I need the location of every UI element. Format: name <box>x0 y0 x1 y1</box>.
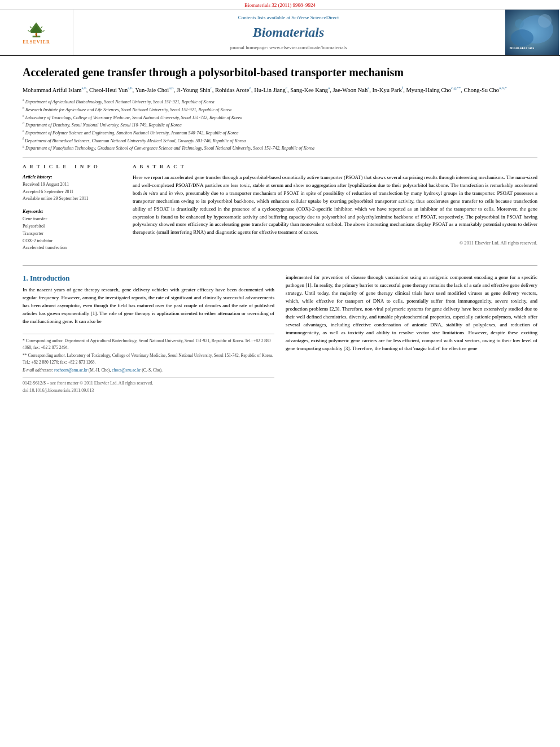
intro-left: 1. Introduction In the nascent years of … <box>23 274 274 394</box>
journal-title-area: Contents lists available at SciVerse Sci… <box>73 10 504 55</box>
journal-citation: Biomaterials 32 (2011) 9908–9924 <box>244 2 316 8</box>
doi-text: doi:10.1016/j.biomaterials.2011.09.013 <box>23 388 94 393</box>
email-link-cho[interactable]: rochotnt@snu.ac.kr <box>54 368 88 373</box>
issn-text: 0142-9612/$ – see front matter © 2011 El… <box>23 381 153 386</box>
svg-point-13 <box>515 19 524 28</box>
journal-bar: Biomaterials 32 (2011) 9908–9924 <box>0 0 560 10</box>
journal-homepage: journal homepage: www.elsevier.com/locat… <box>230 45 347 50</box>
intro-text-left: In the nascent years of gene therapy res… <box>23 286 274 326</box>
abstract-header: A B S T R A C T <box>133 164 537 169</box>
journal-cover: Biomaterials <box>504 10 560 55</box>
intro-right: implemented for prevention of disease th… <box>286 274 537 394</box>
svg-line-4 <box>30 26 32 28</box>
svg-point-8 <box>35 33 37 35</box>
section-title: Introduction <box>30 274 70 282</box>
section-number: 1. <box>23 274 30 282</box>
copyright-line: © 2011 Elsevier Ltd. All rights reserved… <box>133 240 537 246</box>
keywords-list: Gene transfer Polysorbitol Transporter C… <box>23 216 121 252</box>
svg-line-7 <box>43 30 45 32</box>
journal-header: ELSEVIER Contents lists available at Sci… <box>0 10 560 56</box>
sciverse-link: Contents lists available at SciVerse Sci… <box>238 15 339 20</box>
section-heading: 1. Introduction <box>23 274 274 283</box>
affiliations-block: a Department of Agricultural Biotechnolo… <box>23 98 537 152</box>
article-info-abstract: A R T I C L E I N F O Article history: R… <box>23 164 537 257</box>
paper-title: Accelerated gene transfer through a poly… <box>23 65 537 80</box>
email-link-chocs[interactable]: chocs@snu.ac.kr <box>112 368 141 373</box>
received-date: Received 19 August 2011 Accepted 6 Septe… <box>23 181 121 203</box>
journal-name: Biomaterials <box>253 25 325 40</box>
article-info-col: A R T I C L E I N F O Article history: R… <box>23 164 121 257</box>
footnotes-area: * Corresponding author. Department of Ag… <box>23 334 274 395</box>
footnote-star1: * Corresponding author. Department of Ag… <box>23 338 274 351</box>
header-divider <box>23 158 537 158</box>
abstract-col: A B S T R A C T Here we report an accele… <box>133 164 537 257</box>
article-info-header: A R T I C L E I N F O <box>23 164 121 169</box>
svg-point-12 <box>538 14 552 28</box>
elsevier-logo: ELSEVIER <box>11 18 62 46</box>
main-content: Accelerated gene transfer through a poly… <box>0 56 560 404</box>
elsevier-logo-area: ELSEVIER <box>0 10 73 55</box>
cover-label: Biomaterials <box>510 46 535 50</box>
doi-line: 0142-9612/$ – see front matter © 2011 El… <box>23 377 274 395</box>
footnote-star2: ** Corresponding author. Laboratory of T… <box>23 352 274 366</box>
section-divider <box>23 265 537 266</box>
abstract-text: Here we report an accelerated gene trans… <box>133 174 537 237</box>
intro-text-right: implemented for prevention of disease th… <box>286 274 537 352</box>
cover-image: Biomaterials <box>505 10 559 55</box>
introduction-section: 1. Introduction In the nascent years of … <box>23 274 537 394</box>
sciverse-hyperlink[interactable]: SciVerse ScienceDirect <box>291 15 339 20</box>
authors-line: Mohammad Ariful Islama,b, Cheol-Heui Yun… <box>23 85 537 94</box>
history-label: Article history: <box>23 174 121 180</box>
svg-line-6 <box>28 30 29 32</box>
keywords-block: Keywords: Gene transfer Polysorbitol Tra… <box>23 208 121 252</box>
footnote-email: E-mail addresses: rochotnt@snu.ac.kr (M.… <box>23 367 274 374</box>
elsevier-wordmark: ELSEVIER <box>23 40 50 45</box>
history-block: Article history: Received 19 August 2011… <box>23 174 121 203</box>
keywords-label: Keywords: <box>23 208 121 214</box>
svg-line-5 <box>41 26 42 28</box>
elsevier-tree-icon <box>21 20 52 38</box>
